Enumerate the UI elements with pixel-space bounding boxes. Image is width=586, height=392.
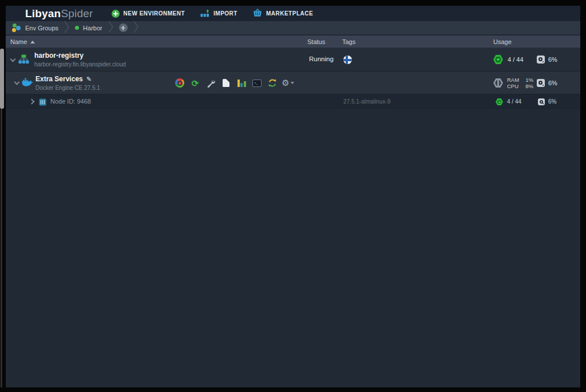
- gear-icon: [282, 78, 289, 88]
- settings-menu-icon[interactable]: [283, 78, 293, 88]
- usage-nodes-value: 4 / 44: [508, 56, 524, 63]
- marketplace-button[interactable]: MARKETPLACE: [253, 9, 313, 18]
- web-ssh-icon[interactable]: >_: [252, 78, 262, 88]
- redeploy-icon[interactable]: [267, 78, 278, 88]
- environment-topology-icon: [18, 54, 29, 66]
- topbar-buttons: NEW ENVIRONMENT IMPORT: [112, 9, 314, 18]
- import-button[interactable]: IMPORT: [200, 9, 237, 18]
- addons-icon[interactable]: [175, 78, 185, 88]
- disk-usage-icon: [537, 56, 545, 64]
- column-header-status[interactable]: Status: [307, 35, 325, 48]
- top-bar: LibyanSpider NEW ENVIRONMENT IMPORT: [6, 6, 580, 21]
- environment-name[interactable]: harbor-registry: [34, 52, 126, 60]
- chevron-separator-icon: [133, 21, 138, 35]
- tab-harbor[interactable]: Harbor: [75, 25, 102, 31]
- chevron-separator-icon: [108, 21, 113, 35]
- edit-pencil-icon[interactable]: ✎: [86, 76, 92, 82]
- cpu-value: 8%: [522, 83, 533, 89]
- nodes-hexagon-gray-icon: [493, 78, 503, 88]
- add-tab-button[interactable]: [119, 23, 128, 32]
- plus-circle-icon: [112, 10, 120, 18]
- environment-engine: Docker Engine CE 27.5.1: [35, 85, 100, 91]
- left-scrollbar-track[interactable]: [1, 109, 2, 387]
- harbor-tab-label: Harbor: [83, 25, 102, 31]
- import-icon: [200, 9, 209, 18]
- ram-cpu-usage: RAM1% CPU8%: [507, 77, 533, 89]
- table-row-node-9468[interactable]: Node ID: 9468 27.5.1-almalinux-9 4 / 44 …: [6, 94, 580, 109]
- usage-disk-value: 6%: [548, 98, 556, 105]
- usage-nodes-value: 4 / 44: [507, 98, 521, 105]
- config-file-icon[interactable]: [221, 78, 231, 88]
- wrench-settings-icon[interactable]: [205, 78, 216, 88]
- env-groups-label: Env Groups: [25, 25, 58, 31]
- environment-domain[interactable]: harbor-registry.fin.libyanspider.cloud: [34, 61, 126, 68]
- table-row-harbor-registry[interactable]: harbor-registry harbor-registry.fin.liby…: [6, 48, 580, 72]
- restart-icon[interactable]: [190, 78, 200, 88]
- collapse-chevron-icon[interactable]: [14, 80, 20, 85]
- caret-down-icon: [291, 82, 294, 84]
- logo-light-part: Spider: [61, 7, 93, 19]
- finland-flag-icon[interactable]: [343, 56, 352, 64]
- usage-disk-value: 6%: [548, 56, 557, 63]
- disk-usage-icon: [538, 98, 545, 105]
- new-environment-label: NEW ENVIRONMENT: [124, 10, 185, 17]
- row-action-toolbar: >_: [175, 72, 293, 94]
- status-label: Running: [309, 56, 334, 62]
- nodes-hexagon-icon: [493, 55, 503, 64]
- app-window: LibyanSpider NEW ENVIRONMENT IMPORT: [6, 6, 580, 387]
- nodes-hexagon-icon: [496, 98, 503, 105]
- statistics-icon[interactable]: [236, 78, 247, 88]
- column-header-usage[interactable]: Usage: [493, 35, 512, 48]
- env-status-dot-icon: [75, 26, 79, 30]
- logo-bold-part: Libyan: [25, 7, 61, 19]
- env-groups-icon: [11, 23, 21, 33]
- breadcrumb: Env Groups Harbor: [6, 21, 580, 35]
- column-header-tags[interactable]: Tags: [342, 35, 355, 48]
- ram-label: RAM: [507, 77, 522, 83]
- ram-value: 1%: [522, 77, 533, 83]
- left-scrollbar-thumb[interactable]: [0, 49, 4, 109]
- container-node-icon: [39, 98, 46, 108]
- docker-whale-icon: [22, 78, 33, 89]
- usage-disk-value: 6%: [548, 80, 557, 86]
- brand-logo[interactable]: LibyanSpider: [25, 6, 93, 21]
- chevron-separator-icon: [64, 21, 69, 35]
- marketplace-icon: [253, 9, 262, 18]
- node-id-label[interactable]: Node ID: 9468: [50, 98, 91, 105]
- sort-asc-icon: [30, 41, 35, 43]
- environment-name[interactable]: Extra Services✎: [35, 75, 100, 83]
- cpu-label: CPU: [507, 83, 522, 89]
- collapse-chevron-icon[interactable]: [10, 57, 16, 62]
- node-tag-label: 27.5.1-almalinux-9: [343, 98, 390, 105]
- column-header-name[interactable]: Name: [10, 35, 35, 48]
- env-groups-tab[interactable]: Env Groups: [11, 23, 58, 33]
- expand-chevron-icon[interactable]: [29, 99, 35, 105]
- import-label: IMPORT: [213, 10, 237, 17]
- table-row-extra-services[interactable]: Extra Services✎ Docker Engine CE 27.5.1 …: [6, 72, 580, 94]
- new-environment-button[interactable]: NEW ENVIRONMENT: [112, 10, 185, 18]
- table-header: Name Status Tags Usage: [6, 35, 580, 48]
- marketplace-label: MARKETPLACE: [266, 10, 313, 17]
- disk-usage-icon: [537, 79, 545, 87]
